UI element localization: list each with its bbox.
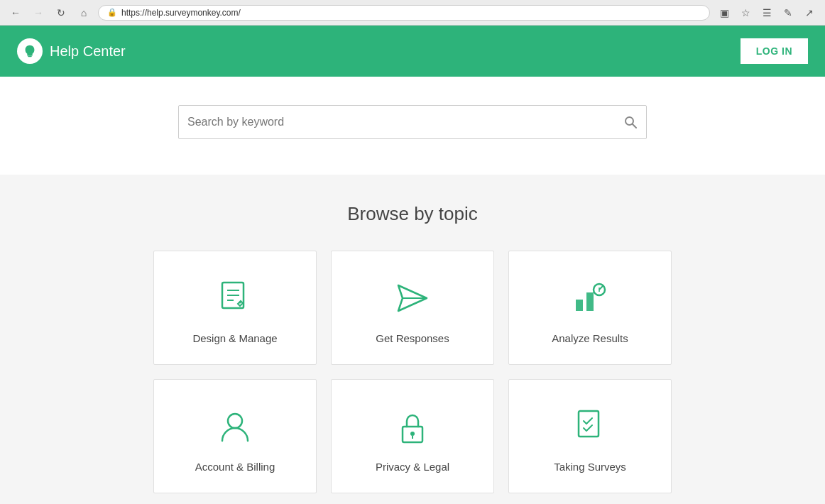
bookmark-button[interactable]: ☆: [737, 4, 754, 21]
svg-rect-19: [579, 411, 599, 437]
topic-label-privacy-legal: Privacy & Legal: [376, 461, 449, 473]
app-header: Help Center LOG IN: [0, 26, 825, 77]
privacy-legal-icon: [391, 405, 434, 448]
search-icon: [623, 115, 638, 129]
topic-card-design-manage[interactable]: Design & Manage: [153, 251, 317, 365]
url-text: https://help.surveymonkey.com/: [121, 8, 241, 18]
logo-icon: [17, 38, 43, 64]
lock-icon: 🔒: [107, 8, 117, 17]
browser-actions: ▣ ☆ ☰ ✎ ↗: [716, 4, 818, 21]
browse-title: Browse by topic: [14, 203, 811, 225]
topic-card-privacy-legal[interactable]: Privacy & Legal: [331, 379, 494, 493]
header-title: Help Center: [50, 43, 126, 60]
topic-label-get-responses: Get Responses: [376, 332, 449, 344]
login-button[interactable]: LOG IN: [741, 38, 808, 64]
search-button[interactable]: [623, 115, 638, 129]
header-logo: Help Center: [17, 38, 126, 64]
search-bar: [178, 105, 647, 139]
topic-card-account-billing[interactable]: Account & Billing: [153, 379, 317, 493]
svg-rect-0: [28, 55, 32, 57]
topic-label-design-manage: Design & Manage: [192, 332, 277, 344]
reload-button[interactable]: ↻: [53, 4, 70, 21]
svg-rect-11: [586, 292, 594, 311]
back-button[interactable]: ←: [7, 4, 24, 21]
pen-button[interactable]: ✎: [780, 4, 797, 21]
topic-card-taking-surveys[interactable]: Taking Surveys: [508, 379, 672, 493]
design-manage-icon: [214, 277, 256, 319]
tab-button[interactable]: ▣: [716, 4, 733, 21]
topic-label-analyze-results: Analyze Results: [552, 332, 628, 344]
svg-line-13: [599, 285, 603, 290]
taking-surveys-icon: [569, 405, 611, 448]
home-button[interactable]: ⌂: [75, 4, 92, 21]
topic-card-get-responses[interactable]: Get Responses: [331, 251, 494, 365]
browser-chrome: ← → ↻ ⌂ 🔒 https://help.surveymonkey.com/…: [0, 0, 825, 26]
browse-section: Browse by topic Design & Manage Get Resp…: [0, 175, 825, 504]
account-billing-icon: [214, 405, 256, 448]
search-input[interactable]: [187, 106, 623, 138]
analyze-results-icon: [569, 277, 611, 319]
svg-rect-10: [576, 300, 583, 311]
topic-card-analyze-results[interactable]: Analyze Results: [508, 251, 672, 365]
address-bar[interactable]: 🔒 https://help.surveymonkey.com/: [98, 5, 710, 21]
svg-point-15: [228, 414, 242, 428]
get-responses-icon: [391, 277, 434, 319]
reading-list-button[interactable]: ☰: [758, 4, 775, 21]
topic-label-account-billing: Account & Billing: [195, 461, 275, 473]
topic-label-taking-surveys: Taking Surveys: [554, 461, 626, 473]
search-section: [0, 77, 825, 175]
svg-point-17: [410, 432, 415, 436]
forward-button[interactable]: →: [30, 4, 47, 21]
topic-grid: Design & Manage Get Responses Analyze Re…: [150, 251, 675, 493]
surveymonkey-logo-svg: [22, 43, 38, 59]
share-button[interactable]: ↗: [801, 4, 818, 21]
svg-line-2: [633, 124, 636, 128]
